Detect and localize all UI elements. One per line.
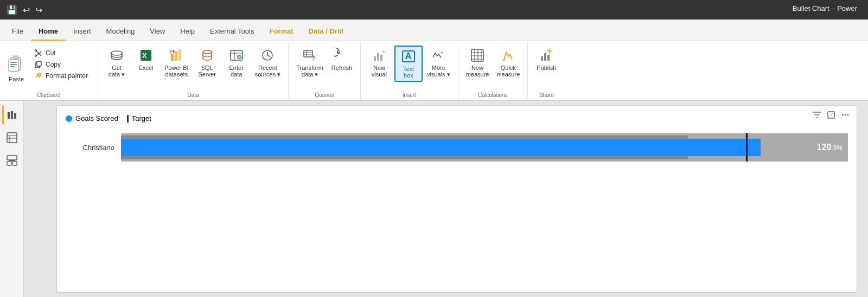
quick-measure-icon	[501, 48, 516, 63]
chart-bar-blue	[121, 139, 761, 156]
svg-rect-49	[14, 113, 16, 119]
recent-sources-button[interactable]: Recentsources ▾	[252, 46, 284, 80]
cut-button[interactable]: Cut	[31, 48, 91, 59]
svg-text:A: A	[405, 51, 412, 61]
power-bi-datasets-button[interactable]: PB Power BIdatasets	[161, 46, 192, 80]
refresh-icon	[334, 48, 349, 63]
tab-home[interactable]: Home	[31, 23, 66, 41]
expand-icon-btn[interactable]	[826, 110, 836, 122]
tab-external-tools[interactable]: External Tools	[202, 23, 261, 41]
copy-button[interactable]: Copy	[31, 59, 91, 70]
chart-bar-christiano: 120.9%	[121, 133, 848, 162]
queries-items: Transformdata ▾ Refresh	[293, 46, 356, 92]
format-painter-button[interactable]: Format painter	[31, 70, 91, 81]
svg-rect-16	[178, 49, 181, 61]
legend-target-label: Target	[132, 114, 151, 122]
insert-group-label: Insert	[361, 92, 458, 98]
share-group: Publish Share	[528, 43, 565, 100]
svg-point-19	[203, 50, 212, 54]
refresh-label: Refresh	[331, 64, 353, 71]
quick-measure-button[interactable]: Quickmeasure	[493, 46, 523, 80]
more-options-btn[interactable]	[840, 110, 850, 122]
svg-rect-44	[541, 56, 543, 61]
transform-data-button[interactable]: Transformdata ▾	[293, 46, 327, 80]
title-bar-left: 💾 ↩ ↪	[7, 5, 42, 15]
data-group-label: Data	[98, 92, 288, 98]
save-icon[interactable]: 💾	[7, 5, 17, 15]
legend-goals-label: Goals Scored	[75, 114, 118, 122]
new-visual-icon: +	[372, 48, 387, 63]
more-visuals-label: Morevisuals ▾	[427, 64, 450, 78]
get-data-label: Getdata ▾	[108, 64, 125, 78]
svg-rect-54	[7, 156, 17, 160]
transform-data-label: Transformdata ▾	[296, 64, 323, 78]
tab-help[interactable]: Help	[173, 23, 202, 41]
filter-icon-btn[interactable]	[812, 110, 822, 122]
svg-point-11	[111, 51, 122, 55]
sql-server-button[interactable]: SQLServer	[193, 46, 221, 80]
new-measure-button[interactable]: Newmeasure	[463, 46, 493, 80]
svg-rect-47	[8, 112, 10, 119]
new-measure-icon	[470, 48, 485, 63]
power-bi-datasets-icon: PB	[169, 48, 184, 63]
svg-text:X: X	[142, 51, 147, 60]
refresh-button[interactable]: Refresh	[328, 46, 356, 73]
paste-icon	[8, 55, 25, 75]
left-sidebar	[0, 101, 24, 297]
new-visual-button[interactable]: + Newvisual	[365, 46, 393, 80]
enter-data-button[interactable]: Enterdata	[222, 46, 251, 80]
more-visuals-button[interactable]: + Morevisuals ▾	[424, 46, 454, 80]
legend-target: Target	[127, 114, 151, 122]
sidebar-report-btn[interactable]	[2, 105, 22, 125]
svg-rect-56	[12, 162, 17, 165]
svg-text:PB: PB	[170, 50, 176, 54]
svg-text:+: +	[382, 49, 385, 54]
svg-rect-31	[380, 55, 382, 61]
expand-icon	[826, 110, 836, 120]
enter-data-icon	[229, 48, 244, 63]
redo-icon[interactable]: ↪	[35, 5, 42, 15]
svg-point-6	[35, 50, 37, 51]
legend-target-line	[127, 115, 129, 122]
recent-sources-icon	[260, 48, 275, 63]
svg-rect-1	[13, 56, 18, 59]
new-visual-label: Newvisual	[372, 64, 387, 78]
tab-data-drill[interactable]: Data / Drill	[301, 23, 351, 41]
text-box-button[interactable]: A Textbox	[394, 46, 423, 82]
svg-rect-30	[377, 53, 379, 61]
data-group: Getdata ▾ X Excel PB Power BIdatasets	[98, 43, 289, 100]
enter-data-label: Enterdata	[229, 64, 244, 78]
format-painter-icon	[35, 72, 42, 80]
publish-icon	[539, 48, 554, 63]
window-title: Bullet Chart – Power	[793, 4, 868, 12]
data-table-icon	[6, 132, 18, 144]
sql-server-label: SQLServer	[198, 64, 215, 78]
sidebar-model-btn[interactable]	[2, 151, 22, 170]
model-icon	[6, 154, 18, 166]
new-measure-label: Newmeasure	[466, 64, 489, 78]
excel-button[interactable]: X Excel	[132, 46, 160, 73]
svg-rect-2	[9, 60, 18, 72]
undo-icon[interactable]: ↩	[23, 5, 30, 15]
tab-bar: File Home Insert Modeling View Help Exte…	[0, 20, 868, 41]
filter-icon	[812, 110, 822, 120]
tab-format[interactable]: Format	[261, 23, 301, 41]
sidebar-data-btn[interactable]	[2, 128, 22, 147]
clipboard-group: Paste Cut Copy Format painter Clipboard	[0, 43, 98, 100]
svg-rect-29	[374, 56, 376, 61]
svg-rect-4	[10, 64, 17, 65]
ribbon: Paste Cut Copy Format painter Clipboard	[0, 41, 868, 101]
tab-view[interactable]: View	[142, 23, 173, 41]
svg-rect-50	[7, 133, 17, 143]
clipboard-group-label: Clipboard	[0, 92, 98, 98]
tab-file[interactable]: File	[4, 23, 31, 41]
tab-modeling[interactable]: Modeling	[99, 23, 143, 41]
quick-measure-label: Quickmeasure	[496, 64, 520, 78]
svg-rect-46	[547, 55, 550, 61]
recent-sources-label: Recentsources ▾	[255, 64, 281, 78]
get-data-button[interactable]: Getdata ▾	[103, 46, 131, 80]
more-visuals-icon: +	[431, 48, 446, 63]
publish-label: Publish	[537, 64, 556, 71]
tab-insert[interactable]: Insert	[66, 23, 99, 41]
publish-button[interactable]: Publish	[532, 46, 560, 73]
